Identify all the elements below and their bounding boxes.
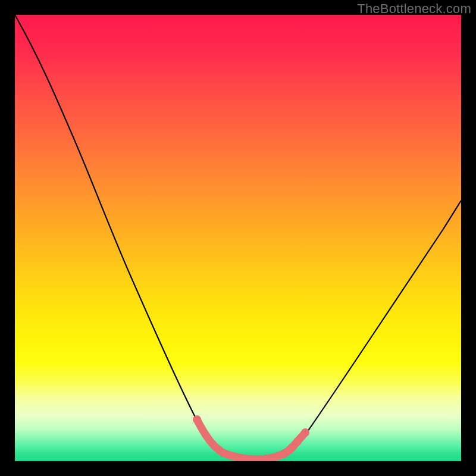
svg-point-8 [288,443,296,452]
svg-point-6 [280,450,288,458]
chart-frame: TheBottleneck.com [0,0,476,476]
curve-svg [15,15,461,461]
svg-point-0 [193,415,201,424]
plot-area [15,15,461,461]
bottleneck-curve [15,15,461,459]
svg-point-9 [301,428,309,437]
watermark-text: TheBottleneck.com [357,1,471,17]
svg-point-2 [219,449,227,457]
